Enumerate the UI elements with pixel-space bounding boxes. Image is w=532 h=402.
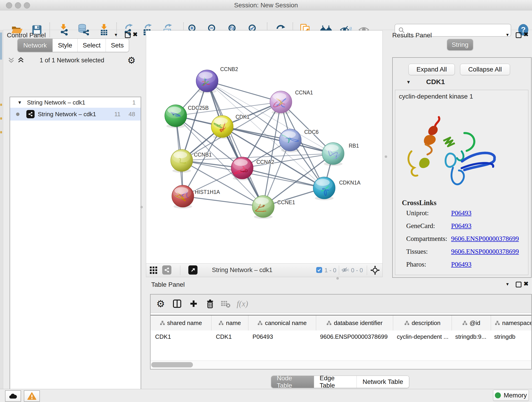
tab-network[interactable]: Network (18, 39, 52, 52)
table-toolbar: ⚙ f(x) (151, 294, 531, 313)
table-cell[interactable]: P06493 (248, 331, 316, 343)
network-node-ccnb1[interactable] (171, 149, 193, 173)
section-collapse-icon[interactable]: ▼ (406, 80, 411, 85)
table-cell[interactable]: stringdb (490, 331, 532, 343)
tab-network-table[interactable]: Network Table (356, 376, 409, 388)
expand-all-networks-icon[interactable] (17, 56, 25, 65)
panel-close-icon[interactable]: ✖ (524, 31, 529, 38)
column-header-id[interactable]: @id (452, 315, 491, 331)
table-horizontal-scrollbar[interactable] (151, 361, 531, 369)
network-node-ccne1[interactable] (252, 196, 274, 219)
crosslink-link[interactable]: 9606.ENSP00000378699 (451, 248, 519, 255)
function-builder-icon[interactable]: f(x) (237, 299, 248, 309)
collapse-all-networks-icon[interactable] (7, 56, 15, 65)
column-header-label: @id (470, 319, 481, 327)
network-options-gear-icon[interactable]: ⚙ (127, 55, 136, 65)
crosslink-link[interactable]: P06493 (451, 209, 472, 217)
network-node-cdkn1a[interactable] (313, 177, 335, 200)
table-options-gear-icon[interactable]: ⚙ (156, 299, 166, 309)
network-graph[interactable]: CCNB2CCNA1CDC25BCDK1CDC6RB1CCNB1CCNA2CDK… (146, 31, 382, 263)
network-canvas[interactable]: CCNB2CCNA1CDC25BCDK1CDC6RB1CCNB1CCNA2CDK… (146, 31, 383, 264)
tab-style[interactable]: Style (52, 39, 77, 52)
panel-close-icon[interactable]: ✖ (524, 280, 529, 287)
status-bar: Memory (0, 389, 532, 402)
expand-all-button[interactable]: Expand All (409, 64, 455, 75)
node-label-ccnb2: CCNB2 (220, 66, 238, 72)
delete-table-icon[interactable] (221, 299, 231, 309)
vertical-splitter-handle[interactable] (140, 206, 143, 208)
table-cell[interactable]: cyclin-dependent ... (392, 331, 451, 343)
node-label-ccnb1: CCNB1 (194, 152, 212, 158)
network-node-cdk1[interactable] (211, 115, 233, 139)
panel-float-icon[interactable] (516, 32, 521, 38)
table-cell[interactable]: 9606.ENSP00000378699 (316, 331, 392, 343)
crosslink-row: Pharos:P06493 (406, 261, 525, 268)
crosslink-row: Compartments:9606.ENSP00000378699 (406, 235, 525, 242)
column-header-databaseidentifier[interactable]: database identifier (316, 315, 393, 331)
column-header-description[interactable]: description (393, 315, 452, 331)
tab-edge-table[interactable]: Edge Table (314, 376, 356, 388)
node-label-ccna2: CCNA2 (256, 159, 274, 165)
minimize-window-button[interactable] (15, 2, 21, 8)
open-in-window-icon[interactable] (188, 265, 197, 274)
string-view-badge-icon[interactable] (162, 265, 171, 274)
memory-button[interactable]: Memory (493, 390, 529, 401)
crosslink-link[interactable]: P06493 (451, 261, 472, 268)
selected-checkbox-icon[interactable] (316, 267, 322, 273)
network-node-rb1[interactable] (322, 143, 344, 166)
show-columns-icon[interactable] (172, 299, 182, 309)
table-cell[interactable]: stringdb:9... (451, 331, 490, 343)
results-panel-title: Results Panel (392, 32, 432, 39)
table-cell[interactable]: CDK1 (211, 331, 248, 343)
network-row-selected[interactable]: String Network – cdk1 11 48 (10, 108, 141, 121)
network-node-hist1h1a[interactable] (172, 185, 194, 209)
window-title: Session: New Session (0, 0, 532, 11)
memory-label: Memory (504, 392, 527, 399)
network-node-cdc6[interactable] (279, 129, 301, 153)
crosslink-link[interactable]: P06493 (451, 222, 472, 230)
column-header-namespace[interactable]: namespace (491, 315, 532, 331)
network-node-cdc25b[interactable] (165, 105, 187, 128)
scrollbar-thumb[interactable] (151, 362, 193, 367)
vertical-splitter-handle[interactable] (385, 155, 387, 158)
column-header-canonicalname[interactable]: canonical name (248, 315, 316, 331)
fit-selected-crosshair-icon[interactable] (370, 265, 380, 276)
network-collection-count: 1 (133, 99, 136, 106)
panel-menu-icon[interactable]: ▼ (505, 282, 510, 287)
column-header-sharedname[interactable]: shared name (151, 315, 211, 331)
network-collection-row[interactable]: ▼ String Network – cdk1 1 (10, 97, 141, 108)
table-type-tabs: Node Table Edge Table Network Table (271, 376, 409, 388)
tab-node-table[interactable]: Node Table (271, 376, 314, 388)
crosslink-label: Compartments: (406, 235, 451, 242)
collapse-all-button[interactable]: Collapse All (460, 64, 510, 75)
cloud-button[interactable] (5, 390, 21, 402)
tab-string[interactable]: String (447, 39, 473, 50)
column-header-name[interactable]: name (211, 315, 248, 331)
tab-select[interactable]: Select (77, 39, 106, 52)
panel-float-icon[interactable] (125, 32, 131, 38)
zoom-window-button[interactable] (24, 2, 30, 8)
panel-menu-icon[interactable]: ▼ (114, 32, 118, 37)
network-view-toolbar: String Network – cdk1 1 - 0 0 - 0 (146, 263, 383, 277)
tab-sets[interactable]: Sets (106, 39, 129, 52)
column-header-label: shared name (167, 319, 202, 327)
delete-column-trash-icon[interactable] (205, 299, 215, 309)
table-cell[interactable]: CDK1 (151, 331, 211, 343)
panel-float-icon[interactable] (516, 282, 521, 287)
column-tree-icon (219, 321, 224, 325)
crosslink-label: GeneCard: (406, 222, 451, 230)
crosslink-link[interactable]: 9606.ENSP00000378699 (451, 235, 519, 242)
warning-icon (27, 392, 36, 400)
create-column-plus-icon[interactable] (189, 299, 199, 309)
table-row[interactable]: CDK1CDK1P064939606.ENSP00000378699cyclin… (151, 331, 532, 343)
network-node-ccna1[interactable] (270, 91, 292, 114)
results-panel-tabs: String (447, 39, 473, 51)
close-window-button[interactable] (6, 2, 12, 8)
panel-close-icon[interactable]: ✖ (133, 31, 138, 38)
tree-expand-icon[interactable]: ▼ (17, 100, 22, 105)
panel-menu-icon[interactable]: ▼ (505, 32, 510, 37)
toolbar-separator (339, 265, 339, 275)
birds-eye-view-icon[interactable] (149, 266, 158, 275)
warnings-button[interactable] (24, 390, 40, 402)
table-header-row[interactable]: shared namenamecanonical namedatabase id… (151, 315, 532, 331)
